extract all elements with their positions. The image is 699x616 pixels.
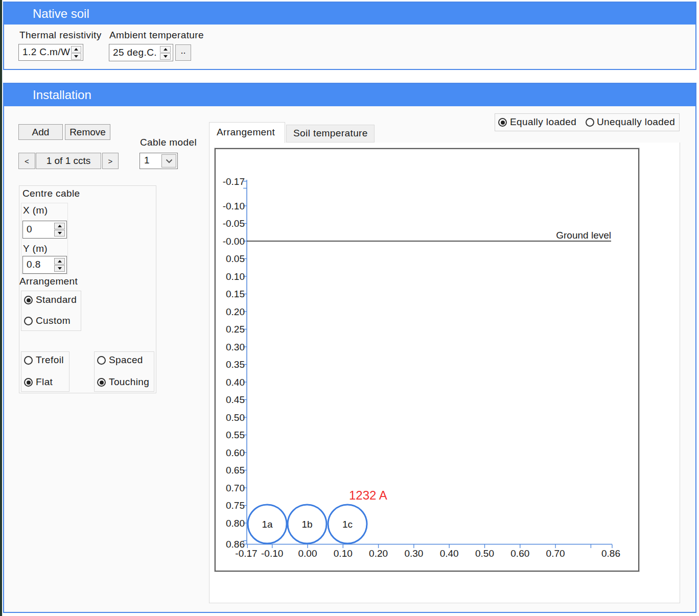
svg-text:0.50: 0.50: [475, 548, 494, 559]
svg-text:1a: 1a: [262, 519, 273, 530]
svg-text:Ground level: Ground level: [556, 230, 611, 241]
svg-text:0.70: 0.70: [546, 548, 565, 559]
svg-text:1c: 1c: [342, 519, 353, 530]
svg-text:-0.17: -0.17: [223, 176, 245, 187]
svg-text:0.30: 0.30: [404, 548, 423, 559]
svg-text:0.75: 0.75: [226, 500, 245, 511]
svg-text:-0.10: -0.10: [223, 201, 245, 211]
svg-text:0.45: 0.45: [226, 394, 245, 405]
svg-text:0.20: 0.20: [226, 306, 245, 317]
svg-text:0.05: 0.05: [226, 253, 245, 264]
svg-text:0.25: 0.25: [226, 324, 245, 335]
svg-text:0.35: 0.35: [226, 359, 245, 370]
svg-text:0.50: 0.50: [226, 412, 245, 423]
svg-text:0.20: 0.20: [369, 548, 388, 559]
svg-text:0.80: 0.80: [226, 518, 245, 529]
svg-text:0.40: 0.40: [440, 548, 459, 559]
svg-text:-0.05: -0.05: [223, 218, 245, 229]
svg-text:-0.10: -0.10: [261, 548, 283, 559]
svg-text:0.60: 0.60: [226, 447, 245, 458]
svg-text:0.10: 0.10: [226, 271, 245, 282]
svg-text:-0.17: -0.17: [235, 548, 257, 559]
svg-text:0.30: 0.30: [226, 342, 245, 352]
svg-text:-0.00: -0.00: [223, 236, 245, 247]
svg-text:0.70: 0.70: [226, 483, 245, 493]
svg-text:0.55: 0.55: [226, 430, 245, 440]
svg-text:1232 A: 1232 A: [349, 488, 387, 502]
svg-text:0.86: 0.86: [601, 548, 620, 559]
svg-text:0.40: 0.40: [226, 377, 245, 388]
svg-text:1b: 1b: [301, 519, 312, 530]
svg-text:0.65: 0.65: [226, 465, 245, 476]
svg-text:0.10: 0.10: [334, 548, 353, 559]
svg-text:0.00: 0.00: [298, 548, 317, 559]
svg-text:0.60: 0.60: [510, 548, 529, 559]
svg-text:0.15: 0.15: [226, 289, 245, 299]
